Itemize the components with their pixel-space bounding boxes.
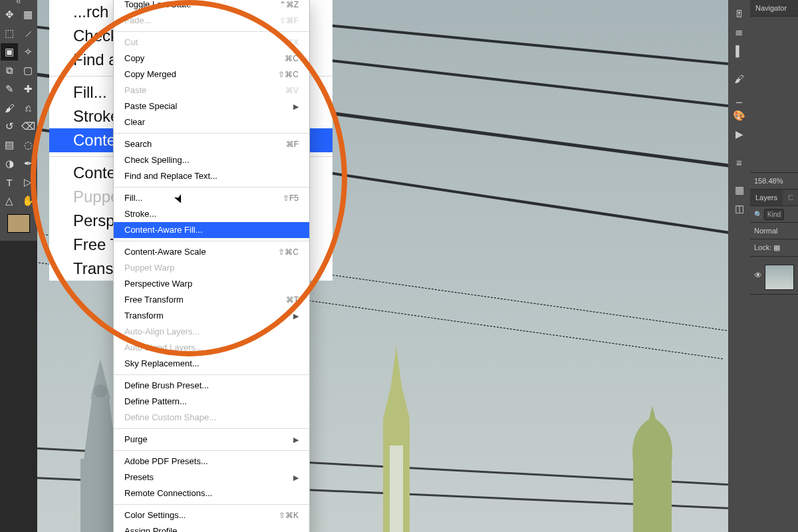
brush-settings-icon[interactable]: ⎯ [728, 88, 750, 106]
clone-stamp-tool[interactable]: ⎌ [19, 99, 37, 116]
right-panels: Navigator 158.48% Layers C 🔍 Kind Normal… [750, 0, 798, 532]
channels-tab[interactable]: C [783, 190, 798, 206]
layer-filter-kind[interactable]: Kind [764, 209, 784, 220]
menu-item-copy-merged[interactable]: Copy Merged⇧⌘C [114, 66, 309, 82]
menu-item-puppet-warp: Puppet Warp [114, 260, 309, 276]
grid-icon[interactable]: ◫ [728, 200, 750, 218]
menu-item-paste: Paste⌘V [114, 82, 309, 98]
paragraph-icon[interactable]: ≡ [728, 153, 750, 172]
rectangle-tool[interactable]: △ [1, 192, 18, 209]
swatches-icon[interactable]: ▌ [728, 41, 750, 60]
menu-item-presets[interactable]: Presets▶ [114, 469, 309, 485]
lock-icon[interactable]: ▦ [773, 243, 780, 251]
gradient-tool[interactable]: ▤ [1, 136, 18, 154]
menu-item-toggle-last-state[interactable]: Toggle Last State⌃⌘Z [114, 0, 309, 13]
blur-tool[interactable]: ◌ [19, 136, 37, 154]
menu-item-fade: Fade...⇧⌘F [114, 13, 309, 29]
palette-grab-icon[interactable]: « [0, 0, 37, 5]
brushes-icon[interactable]: 🖌 [728, 69, 750, 88]
layers-tab[interactable]: Layers [750, 190, 783, 206]
blend-mode-select[interactable]: Normal [750, 223, 798, 239]
foreground-background-swatch[interactable] [7, 214, 30, 233]
play-icon[interactable]: ▶ [728, 125, 750, 144]
menu-item-clear[interactable]: Clear [114, 114, 309, 130]
menu-item-find-and-replace-text[interactable]: Find and Replace Text... [114, 168, 309, 184]
menu-item-define-brush-preset[interactable]: Define Brush Preset... [114, 378, 309, 394]
menu-item-sky-replacement[interactable]: Sky Replacement... [114, 356, 309, 372]
menu-item-free-transform[interactable]: Free Transform⌘T [114, 292, 309, 308]
path-select-tool[interactable]: ▷ [19, 174, 37, 191]
artboard-tool[interactable]: ▦ [19, 6, 37, 23]
menu-item-auto-align-layers: Auto-Align Layers... [114, 324, 309, 340]
menu-item-color-settings[interactable]: Color Settings...⇧⌘K [114, 507, 309, 523]
frame-tool[interactable]: ▢ [19, 62, 37, 79]
menu-item-fill[interactable]: Fill...⇧F5 [114, 190, 309, 206]
move-tool[interactable]: ✥ [1, 6, 18, 23]
pen-tool[interactable]: ✒ [19, 155, 37, 172]
lock-label: Lock: [754, 243, 771, 251]
brush-tool[interactable]: 🖌 [1, 99, 18, 116]
navigator-tab[interactable]: Navigator [750, 0, 798, 17]
edit-menu-dropdown: Toggle Last State⌃⌘ZFade...⇧⌘FCut⌘XCopy⌘… [113, 0, 310, 532]
menu-item-purge[interactable]: Purge▶ [114, 432, 309, 448]
zoom-value[interactable]: 158.48% [750, 173, 798, 190]
menu-item-perspective-warp[interactable]: Perspective Warp [114, 276, 309, 292]
menu-item-copy[interactable]: Copy⌘C [114, 51, 309, 66]
layer-thumbnail[interactable] [765, 265, 794, 290]
tool-palette: « ✥ ▦ ⬚ ⟋ ▣ ✧ ⧉ ▢ ✎ ✚ 🖌 ⎌ ↺ ⌫ ▤ ◌ ◑ ✒ T … [0, 0, 37, 241]
menu-item-check-spelling[interactable]: Check Spelling... [114, 152, 309, 168]
menu-item-stroke[interactable]: Stroke... [114, 206, 309, 222]
menu-item-content-aware-scale[interactable]: Content-Aware Scale⇧⌘C [114, 244, 309, 260]
rect-marquee-tool[interactable]: ⬚ [1, 25, 18, 42]
magic-wand-tool[interactable]: ✧ [19, 43, 37, 61]
eraser-tool[interactable]: ⌫ [19, 118, 37, 135]
color-icon[interactable]: 🎨 [728, 106, 750, 125]
visibility-icon[interactable]: 👁 [754, 271, 762, 280]
styles-icon[interactable]: ≣ [728, 23, 750, 41]
menu-item-content-aware-fill[interactable]: Content-Aware Fill... [114, 222, 309, 238]
hand-tool[interactable]: ✋ [19, 192, 37, 209]
svg-rect-1 [390, 446, 403, 532]
object-select-tool[interactable]: ▣ [1, 43, 18, 61]
crop-tool[interactable]: ⧉ [1, 62, 18, 79]
menu-item-cut: Cut⌘X [114, 35, 309, 51]
menu-item-remote-connections[interactable]: Remote Connections... [114, 485, 309, 501]
type-tool[interactable]: T [1, 174, 18, 191]
menu-item-assign-profile[interactable]: Assign Profile... [114, 523, 309, 532]
photo-spire [370, 346, 423, 532]
menu-item-define-pattern[interactable]: Define Pattern... [114, 394, 309, 410]
layer-comps-icon[interactable]: ▦ [728, 181, 750, 200]
menu-item-auto-blend-layers: Auto-Blend Layers... [114, 340, 309, 356]
history-brush-tool[interactable]: ↺ [1, 118, 18, 135]
photo-dome [622, 406, 682, 532]
spot-heal-tool[interactable]: ✚ [19, 80, 37, 98]
menu-item-define-custom-shape: Define Custom Shape... [114, 410, 309, 426]
menu-item-transform[interactable]: Transform▶ [114, 308, 309, 324]
right-icon-strip: 🎚 ≣ ▌ 🖌 ⎯ 🎨 ▶ ≡ ▦ ◫ [728, 0, 750, 532]
menu-item-search[interactable]: Search⌘F [114, 136, 309, 152]
adjustments-icon[interactable]: 🎚 [728, 4, 750, 23]
menu-item-paste-special[interactable]: Paste Special▶ [114, 98, 309, 114]
svg-point-0 [94, 384, 107, 398]
eyedropper-tool[interactable]: ✎ [1, 80, 18, 98]
menu-item-adobe-pdf-presets[interactable]: Adobe PDF Presets... [114, 454, 309, 469]
dodge-tool[interactable]: ◑ [1, 155, 18, 172]
lasso-tool[interactable]: ⟋ [19, 25, 37, 42]
